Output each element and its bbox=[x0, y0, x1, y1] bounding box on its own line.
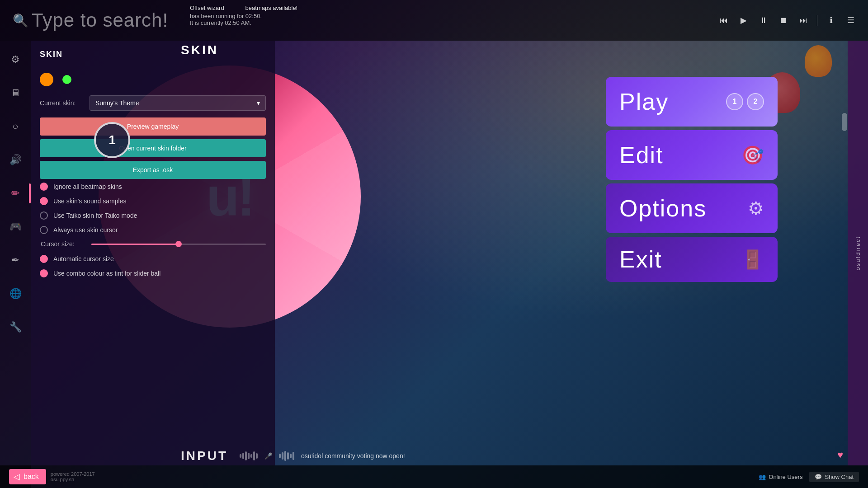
bottom-bar: ◁ back powered 2007-2017 osu.ppy.sh 👥 On… bbox=[0, 465, 868, 488]
toggle-taiko-skin[interactable]: Use Taiko skin for Taiko mode bbox=[40, 211, 266, 220]
preview-gameplay-button[interactable]: Preview gameplay bbox=[40, 117, 266, 136]
online-users-button[interactable]: 👥 Online Users bbox=[759, 474, 802, 480]
chat-icon: 💬 bbox=[815, 474, 822, 480]
options-label: Options bbox=[619, 195, 707, 222]
community-message: 🎤 osu!idol community voting now open! bbox=[240, 451, 405, 461]
cursor-size-label: Cursor size: bbox=[41, 240, 86, 248]
bottom-right: 👥 Online Users 💬 Show Chat bbox=[759, 472, 859, 482]
bottom-left: ◁ back powered 2007-2017 osu.ppy.sh bbox=[9, 469, 95, 484]
sound-waves bbox=[240, 451, 258, 460]
sidebar-item-settings[interactable]: ⚙ bbox=[5, 50, 25, 70]
notification-title: Offset wizard beatmaps available! bbox=[190, 5, 755, 11]
sidebar-item-wrench[interactable]: 🔧 bbox=[5, 317, 25, 337]
search-icon: 🔍 bbox=[9, 9, 32, 32]
cursor-size-row: Cursor size: bbox=[40, 240, 266, 248]
scroll-handle[interactable] bbox=[842, 113, 847, 131]
toggle-label-auto-cursor: Automatic cursor size bbox=[53, 255, 114, 263]
skin-dropdown[interactable]: Sunny's Theme ▾ bbox=[90, 95, 266, 111]
toggle-circle-combo-slider bbox=[40, 269, 48, 277]
export-osk-button[interactable]: Export as .osk bbox=[40, 161, 266, 179]
sidebar-item-globe[interactable]: 🌐 bbox=[5, 284, 25, 304]
toggle-skin-cursor[interactable]: Always use skin cursor bbox=[40, 226, 266, 234]
current-skin-label: Current skin: bbox=[40, 99, 85, 107]
sidebar-item-circle[interactable]: ○ bbox=[5, 117, 25, 136]
branding-line2: osu.ppy.sh bbox=[51, 477, 95, 482]
toggle-circle-sound-samples bbox=[40, 197, 48, 205]
online-users-icon: 👥 bbox=[759, 474, 766, 480]
mic-icon: 🎤 bbox=[264, 452, 272, 460]
open-skin-folder-button[interactable]: Open current skin folder bbox=[40, 139, 266, 157]
toggle-ignore-beatmap-skins[interactable]: Ignore all beatmap skins bbox=[40, 183, 266, 191]
sidebar-item-skin[interactable]: ✏ bbox=[5, 183, 25, 203]
edit-icon: 🎯 bbox=[741, 145, 764, 166]
options-icon: ⚙ bbox=[748, 198, 764, 219]
play-menu-button[interactable]: Play 1 2 bbox=[606, 77, 778, 127]
search-placeholder: Type to search! bbox=[32, 9, 168, 31]
back-label: back bbox=[24, 473, 39, 481]
toggle-circle-auto-cursor bbox=[40, 255, 48, 263]
toggle-circle-ignore-beatmap bbox=[40, 183, 48, 191]
pause-button[interactable]: ⏸ bbox=[755, 12, 772, 28]
toggle-combo-slider-ball[interactable]: Use combo colour as tint for slider ball bbox=[40, 269, 266, 277]
edit-label: Edit bbox=[619, 141, 664, 169]
osudirect-panel[interactable]: osu!direct bbox=[848, 41, 868, 465]
main-menu: Play 1 2 Edit 🎯 Options ⚙ Exit 🚪 bbox=[606, 77, 778, 282]
branding-line1: powered 2007-2017 bbox=[51, 471, 95, 477]
notification-line2: It is currently 02:50 AM. bbox=[190, 19, 755, 26]
hit-circle-preview-1: 1 bbox=[94, 122, 130, 158]
play-label: Play bbox=[619, 88, 669, 115]
sidebar-item-speaker[interactable]: 🔊 bbox=[5, 150, 25, 170]
left-sidebar: ⚙ 🖥 ○ 🔊 ✏ 🎮 ✒ 🌐 🔧 bbox=[0, 41, 31, 488]
exit-icon: 🚪 bbox=[741, 249, 764, 270]
exit-label: Exit bbox=[619, 246, 662, 273]
exit-menu-button[interactable]: Exit 🚪 bbox=[606, 237, 778, 282]
skin-select-row: Current skin: Sunny's Theme ▾ bbox=[40, 95, 266, 111]
toggle-label-taiko-skin: Use Taiko skin for Taiko mode bbox=[53, 212, 137, 219]
hit-circle-orange bbox=[40, 73, 53, 86]
back-arrow-icon: ◁ bbox=[14, 472, 20, 482]
stop-button[interactable]: ⏹ bbox=[775, 12, 792, 28]
slider-thumb[interactable] bbox=[175, 241, 182, 247]
online-users-label: Online Users bbox=[769, 474, 802, 480]
notification-line1: has been running for 02:50. bbox=[190, 13, 755, 19]
toggle-circle-taiko-skin bbox=[40, 211, 48, 220]
slider-fill bbox=[91, 244, 179, 245]
cursor-size-slider[interactable] bbox=[91, 244, 266, 245]
play-badges: 1 2 bbox=[726, 93, 764, 110]
show-chat-button[interactable]: 💬 Show Chat bbox=[809, 472, 859, 482]
toggle-label-ignore-beatmap: Ignore all beatmap skins bbox=[53, 183, 122, 190]
skin-panel-title: SKIN bbox=[40, 50, 266, 59]
toggle-circle-skin-cursor bbox=[40, 226, 48, 234]
edit-menu-button[interactable]: Edit 🎯 bbox=[606, 130, 778, 180]
branding-text: powered 2007-2017 osu.ppy.sh bbox=[51, 471, 95, 482]
toggle-label-sound-samples: Use skin's sound samples bbox=[53, 197, 126, 205]
toggle-label-combo-slider: Use combo colour as tint for slider ball bbox=[53, 270, 160, 277]
info-button[interactable]: ℹ bbox=[823, 12, 839, 28]
back-button[interactable]: ◁ back bbox=[9, 469, 46, 484]
toggle-sound-samples[interactable]: Use skin's sound samples bbox=[40, 197, 266, 205]
sound-waves-2 bbox=[279, 451, 294, 461]
skin-title-center: SKIN bbox=[181, 43, 218, 57]
balloon-decoration-1 bbox=[805, 45, 832, 77]
show-chat-label: Show Chat bbox=[825, 474, 854, 480]
heart-button[interactable]: ♥ bbox=[837, 449, 843, 461]
osudirect-label: osu!direct bbox=[854, 236, 861, 270]
options-menu-button[interactable]: Options ⚙ bbox=[606, 183, 778, 233]
sidebar-item-pen[interactable]: ✒ bbox=[5, 250, 25, 270]
notification-area: Offset wizard beatmaps available! has be… bbox=[190, 5, 755, 26]
hit-circle-green bbox=[62, 75, 71, 84]
toggle-label-skin-cursor: Always use skin cursor bbox=[53, 226, 118, 234]
next-button[interactable]: ⏭ bbox=[795, 12, 811, 28]
toggle-auto-cursor-size[interactable]: Automatic cursor size bbox=[40, 255, 266, 263]
play-badge-1: 1 bbox=[726, 93, 743, 110]
input-label: INPUT bbox=[181, 449, 228, 463]
sidebar-item-monitor[interactable]: 🖥 bbox=[5, 83, 25, 103]
sidebar-item-gamepad[interactable]: 🎮 bbox=[5, 217, 25, 237]
control-divider bbox=[817, 15, 817, 26]
menu-button[interactable]: ☰ bbox=[843, 12, 859, 28]
play-badge-2: 2 bbox=[747, 93, 764, 110]
community-msg-text: osu!idol community voting now open! bbox=[301, 452, 405, 460]
skin-panel: SKIN 1 Current skin: Sunny's Theme ▾ Pre… bbox=[31, 41, 275, 465]
